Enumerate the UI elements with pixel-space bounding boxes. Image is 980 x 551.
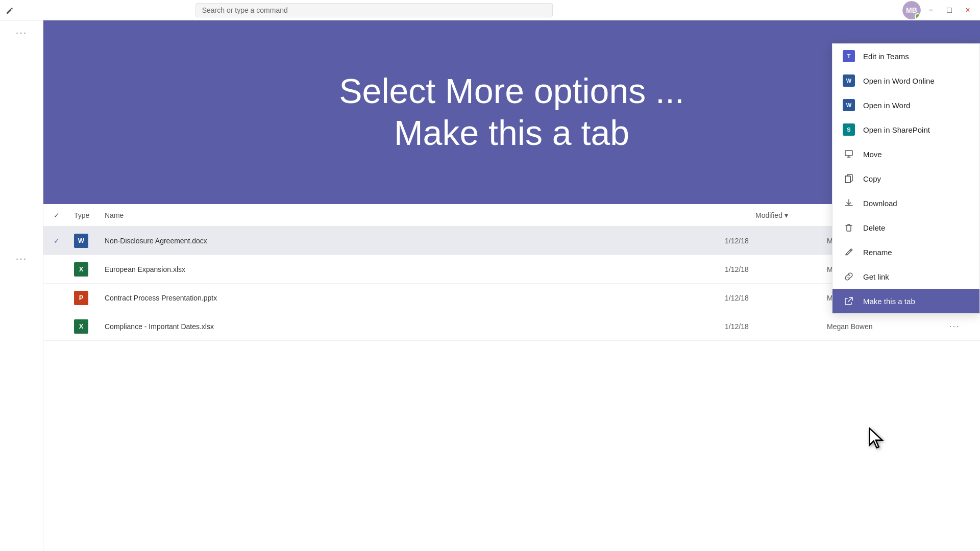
- delete-icon: [843, 221, 855, 234]
- svg-rect-0: [845, 151, 852, 156]
- sidebar: ··· ···: [0, 20, 43, 551]
- menu-item-open-word-online[interactable]: W Open in Word Online: [832, 68, 979, 93]
- make-tab-icon: [843, 295, 855, 307]
- context-menu: T Edit in Teams W Open in Word Online W …: [832, 43, 980, 314]
- excel-icon: X: [74, 319, 88, 334]
- link-icon: [843, 270, 855, 283]
- minimize-button[interactable]: −: [923, 2, 939, 18]
- search-bar[interactable]: Search or type a command: [195, 3, 553, 17]
- copy-icon: [843, 172, 855, 185]
- file-type-icon: X: [74, 262, 105, 277]
- teams-icon: T: [843, 50, 855, 62]
- hero-line1: Select More options ...: [339, 70, 684, 112]
- file-name: European Expansion.xlsx: [105, 265, 725, 273]
- rename-icon: [843, 246, 855, 258]
- menu-label-move: Move: [863, 150, 882, 159]
- word-icon: W: [843, 99, 855, 111]
- row-check: ✓: [54, 237, 74, 245]
- menu-item-get-link[interactable]: Get link: [832, 264, 979, 289]
- table-row[interactable]: X Compliance - Important Dates.xlsx 1/12…: [43, 312, 980, 341]
- search-placeholder: Search or type a command: [202, 6, 288, 14]
- menu-label-rename: Rename: [863, 248, 892, 257]
- file-more-button[interactable]: ···: [939, 321, 970, 332]
- file-modified-by: Megan Bowen: [827, 322, 939, 331]
- menu-item-copy[interactable]: Copy: [832, 166, 979, 191]
- mouse-cursor: [868, 427, 888, 454]
- file-name: Non-Disclosure Agreement.docx: [105, 237, 725, 245]
- maximize-button[interactable]: □: [941, 2, 958, 18]
- menu-item-rename[interactable]: Rename: [832, 240, 979, 264]
- sort-arrow-icon: ▾: [785, 211, 788, 219]
- menu-item-open-word[interactable]: W Open in Word: [832, 93, 979, 117]
- title-bar: Search or type a command MB − □ ×: [0, 0, 980, 20]
- header-name: Name: [105, 211, 755, 219]
- move-icon: [843, 148, 855, 160]
- menu-item-make-tab[interactable]: Make this a tab: [832, 289, 979, 313]
- ppt-icon: P: [74, 291, 88, 305]
- presence-badge: [915, 13, 921, 19]
- menu-label-copy: Copy: [863, 174, 881, 183]
- hero-line2: Make this a tab: [339, 112, 684, 154]
- header-check: ✓: [54, 211, 74, 219]
- menu-item-open-sharepoint[interactable]: S Open in SharePoint: [832, 117, 979, 142]
- hero-title: Select More options ... Make this a tab: [339, 70, 684, 154]
- excel-icon: X: [74, 262, 88, 277]
- file-type-icon: W: [74, 234, 105, 248]
- file-date: 1/12/18: [725, 322, 827, 331]
- close-button[interactable]: ×: [960, 2, 976, 18]
- file-date: 1/12/18: [725, 265, 827, 273]
- title-bar-right: MB − □ ×: [902, 1, 980, 19]
- menu-item-move[interactable]: Move: [832, 142, 979, 166]
- menu-item-edit-teams[interactable]: T Edit in Teams: [832, 44, 979, 68]
- edit-icon[interactable]: [0, 0, 20, 20]
- menu-label-edit-teams: Edit in Teams: [863, 52, 909, 61]
- main-content: Select More options ... Make this a tab …: [43, 20, 980, 551]
- menu-label-open-word: Open in Word: [863, 101, 910, 110]
- sidebar-more-dots[interactable]: ···: [16, 27, 28, 38]
- file-date: 1/12/18: [725, 237, 827, 245]
- avatar[interactable]: MB: [902, 1, 921, 19]
- sharepoint-icon: S: [843, 123, 855, 136]
- file-type-icon: P: [74, 291, 105, 305]
- word-icon: W: [74, 234, 88, 248]
- menu-label-delete: Delete: [863, 223, 885, 232]
- file-name: Compliance - Important Dates.xlsx: [105, 322, 725, 331]
- menu-item-delete[interactable]: Delete: [832, 215, 979, 240]
- sidebar-bottom-dots[interactable]: ···: [16, 253, 28, 264]
- word-online-icon: W: [843, 74, 855, 87]
- header-type: Type: [74, 211, 105, 219]
- menu-label-download: Download: [863, 199, 897, 208]
- menu-label-get-link: Get link: [863, 272, 889, 281]
- file-type-icon: X: [74, 319, 105, 334]
- svg-rect-2: [845, 176, 850, 183]
- file-name: Contract Process Presentation.pptx: [105, 294, 725, 302]
- menu-item-download[interactable]: Download: [832, 191, 979, 215]
- menu-label-open-word-online: Open in Word Online: [863, 77, 935, 85]
- download-icon: [843, 197, 855, 209]
- menu-label-make-tab: Make this a tab: [863, 297, 915, 306]
- menu-label-open-sharepoint: Open in SharePoint: [863, 126, 930, 134]
- file-date: 1/12/18: [725, 294, 827, 302]
